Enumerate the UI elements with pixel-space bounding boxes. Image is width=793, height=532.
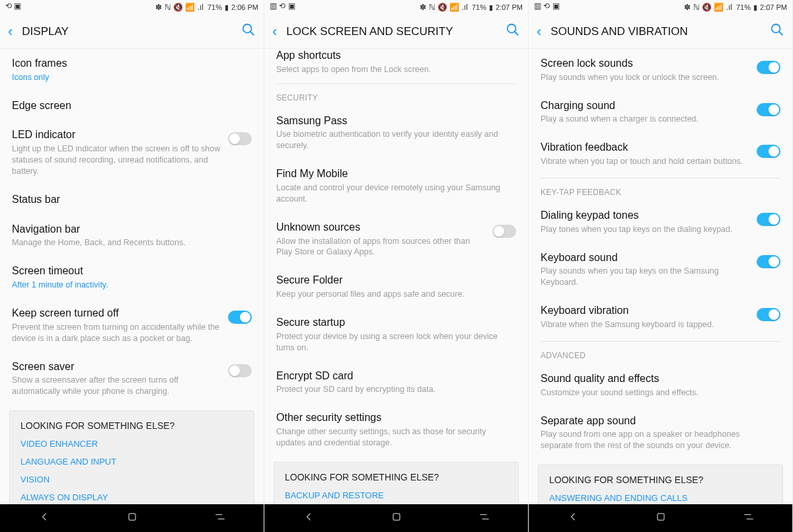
status-battery: 71%: [736, 3, 751, 11]
battery-icon: ▮: [753, 3, 757, 12]
status-bar: ⟲ ▣ ✽ ℕ 🔇 📶 .ıl 71% ▮ 2:06 PM: [0, 0, 264, 15]
status-battery: 71%: [472, 3, 486, 11]
android-nav-bar: [529, 504, 792, 532]
setting-find-my-mobile[interactable]: Find My MobileLocate and control your de…: [264, 159, 528, 213]
svg-rect-2: [129, 513, 135, 520]
svg-point-3: [508, 24, 516, 33]
keep-screen-off-toggle[interactable]: [228, 311, 252, 324]
nav-home-icon[interactable]: [390, 510, 403, 526]
svg-rect-5: [393, 513, 400, 520]
nav-recents-icon[interactable]: [478, 510, 491, 526]
page-title: SOUNDS AND VIBRATION: [550, 25, 770, 38]
search-icon[interactable]: [770, 22, 784, 40]
footer-link-language-input[interactable]: LANGUAGE AND INPUT: [20, 457, 243, 467]
charging-sound-toggle[interactable]: [757, 103, 780, 116]
status-time: 2:07 PM: [496, 3, 523, 11]
svg-line-7: [779, 32, 783, 36]
back-button[interactable]: ‹: [272, 23, 277, 40]
footer-card: LOOKING FOR SOMETHING ELSE? ANSWERING AN…: [538, 465, 783, 504]
app-bar: ‹ LOCK SCREEN AND SECURITY: [264, 15, 528, 49]
setting-encrypt-sd[interactable]: Encrypt SD cardProtect your SD card by e…: [264, 361, 528, 404]
nav-recents-icon[interactable]: [213, 510, 227, 526]
nav-home-icon[interactable]: [654, 510, 667, 526]
footer-title: LOOKING FOR SOMETHING ELSE?: [20, 420, 243, 431]
setting-navigation-bar[interactable]: Navigation barManage the Home, Back, and…: [0, 215, 264, 257]
search-icon[interactable]: [506, 22, 520, 40]
footer-title: LOOKING FOR SOMETHING ELSE?: [549, 475, 772, 485]
setting-secure-startup[interactable]: Secure startupProtect your device by usi…: [264, 308, 528, 361]
nav-recents-icon[interactable]: [742, 510, 755, 526]
footer-link-backup-restore[interactable]: BACKUP AND RESTORE: [285, 490, 508, 500]
setting-led-indicator[interactable]: LED indicatorLight up the LED indicator …: [0, 120, 264, 184]
section-advanced: ADVANCED: [529, 342, 792, 364]
status-battery: 71%: [208, 3, 222, 11]
nav-back-icon[interactable]: [302, 510, 315, 526]
keyboard-vibration-toggle[interactable]: [757, 308, 780, 321]
section-key-tap: KEY-TAP FEEDBACK: [529, 178, 792, 201]
nav-home-icon[interactable]: [126, 510, 139, 526]
setting-unknown-sources[interactable]: Unknown sourcesAllow the installation of…: [264, 213, 528, 266]
setting-keyboard-sound[interactable]: Keyboard soundPlay sounds when you tap k…: [529, 243, 792, 297]
back-button[interactable]: ‹: [8, 23, 13, 40]
footer-link-answering-calls[interactable]: ANSWERING AND ENDING CALLS: [549, 493, 772, 503]
status-time: 2:07 PM: [760, 3, 787, 11]
svg-line-4: [515, 32, 519, 36]
phone-screen-security: ▥ ⟲ ▣ ✽ ℕ 🔇 📶 .ıl 71% ▮ 2:07 PM ‹ LOCK S…: [264, 0, 529, 532]
search-icon[interactable]: [241, 22, 256, 40]
battery-icon: ▮: [225, 3, 229, 12]
screen-saver-toggle[interactable]: [228, 364, 252, 377]
footer-link-video-enhancer[interactable]: VIDEO ENHANCER: [20, 439, 243, 449]
nav-back-icon[interactable]: [566, 510, 580, 526]
status-time: 2:06 PM: [231, 3, 258, 11]
svg-line-1: [250, 32, 254, 36]
settings-list[interactable]: Screen lock soundsPlay sounds when you l…: [529, 49, 792, 504]
setting-sound-quality[interactable]: Sound quality and effectsCustomize your …: [529, 364, 792, 406]
back-button[interactable]: ‹: [537, 23, 541, 40]
status-left-icons: ▥ ⟲ ▣: [270, 1, 295, 11]
svg-rect-8: [658, 513, 664, 520]
setting-other-security[interactable]: Other security settingsChange other secu…: [264, 403, 528, 457]
status-bar: ▥ ⟲ ▣ ✽ ℕ 🔇 📶 .ıl 71% ▮ 2:07 PM: [529, 0, 792, 15]
setting-screen-timeout[interactable]: Screen timeoutAfter 1 minute of inactivi…: [0, 256, 264, 299]
nav-back-icon[interactable]: [38, 510, 51, 526]
unknown-sources-toggle[interactable]: [492, 225, 516, 238]
setting-status-bar[interactable]: Status bar: [0, 185, 264, 215]
setting-screen-saver[interactable]: Screen saverShow a screensaver after the…: [0, 352, 264, 406]
setting-screen-lock-sounds[interactable]: Screen lock soundsPlay sounds when you l…: [529, 49, 792, 91]
svg-point-6: [772, 24, 780, 33]
status-right-icons: ✽ ℕ 🔇 📶 .ıl: [684, 3, 732, 12]
setting-charging-sound[interactable]: Charging soundPlay a sound when a charge…: [529, 91, 792, 133]
setting-app-shortcuts[interactable]: App shortcuts Select apps to open from t…: [264, 49, 528, 81]
setting-icon-frames[interactable]: Icon framesIcons only: [0, 49, 264, 91]
android-nav-bar: [0, 504, 264, 532]
led-indicator-toggle[interactable]: [228, 132, 252, 145]
settings-list[interactable]: App shortcuts Select apps to open from t…: [264, 49, 528, 504]
setting-edge-screen[interactable]: Edge screen: [0, 91, 264, 121]
status-right-icons: ✽ ℕ 🔇 📶 .ıl: [420, 3, 468, 12]
footer-link-aod[interactable]: ALWAYS ON DISPLAY: [20, 492, 243, 502]
screen-lock-sounds-toggle[interactable]: [757, 61, 780, 74]
vibration-feedback-toggle[interactable]: [757, 145, 780, 158]
settings-list[interactable]: Icon framesIcons only Edge screen LED in…: [0, 49, 264, 504]
status-right-icons: ✽ ℕ 🔇 📶 .ıl: [155, 3, 204, 12]
footer-card: LOOKING FOR SOMETHING ELSE? VIDEO ENHANC…: [9, 410, 254, 504]
setting-keyboard-vibration[interactable]: Keyboard vibrationVibrate when the Samsu…: [529, 296, 792, 338]
dialing-tones-toggle[interactable]: [757, 213, 780, 226]
keyboard-sound-toggle[interactable]: [757, 255, 780, 268]
page-title: DISPLAY: [22, 25, 241, 38]
setting-samsung-pass[interactable]: Samsung PassUse biometric authentication…: [264, 106, 528, 160]
app-bar: ‹ DISPLAY: [0, 15, 264, 49]
setting-vibration-feedback[interactable]: Vibration feedbackVibrate when you tap o…: [529, 133, 792, 175]
page-title: LOCK SCREEN AND SECURITY: [286, 25, 506, 38]
battery-icon: ▮: [489, 3, 493, 12]
setting-separate-app-sound[interactable]: Separate app soundPlay sound from one ap…: [529, 406, 792, 460]
setting-secure-folder[interactable]: Secure FolderKeep your personal files an…: [264, 266, 528, 308]
setting-dialing-tones[interactable]: Dialing keypad tonesPlay tones when you …: [529, 201, 792, 243]
phone-screen-sounds: ▥ ⟲ ▣ ✽ ℕ 🔇 📶 .ıl 71% ▮ 2:07 PM ‹ SOUNDS…: [529, 0, 793, 532]
phone-screen-display: ⟲ ▣ ✽ ℕ 🔇 📶 .ıl 71% ▮ 2:06 PM ‹ DISPLAY …: [0, 0, 264, 532]
app-bar: ‹ SOUNDS AND VIBRATION: [529, 15, 792, 49]
section-security: SECURITY: [264, 84, 528, 106]
status-bar: ▥ ⟲ ▣ ✽ ℕ 🔇 📶 .ıl 71% ▮ 2:07 PM: [264, 0, 528, 15]
footer-link-vision[interactable]: VISION: [20, 475, 243, 484]
setting-keep-screen-off[interactable]: Keep screen turned offPrevent the screen…: [0, 299, 264, 352]
